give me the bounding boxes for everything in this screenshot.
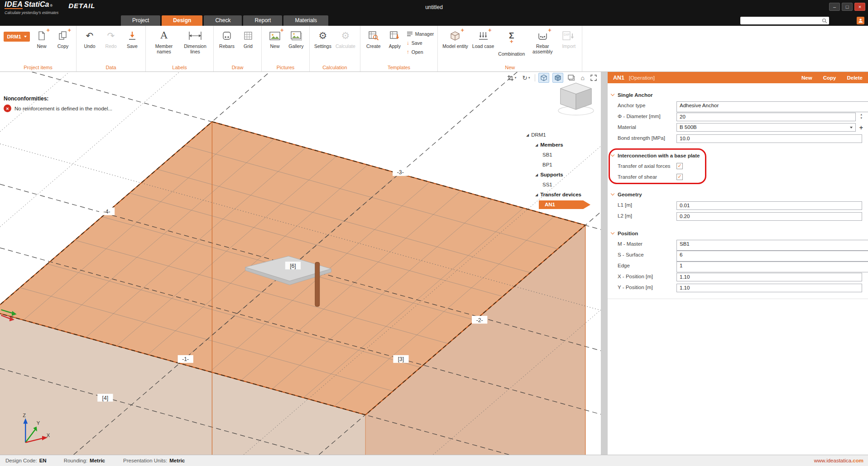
grid-button[interactable]: Grid <box>239 28 258 50</box>
section-header[interactable]: Single Anchor <box>608 90 868 100</box>
wireframe-view-button[interactable] <box>538 73 549 83</box>
minimize-button[interactable]: – <box>829 3 840 11</box>
ribbon-group-labels: A Member names Dimension lines Labels <box>146 26 214 71</box>
undo-button[interactable]: ↶ Undo <box>80 28 99 50</box>
l2-input[interactable] <box>676 212 862 221</box>
tab-materials[interactable]: Materials <box>283 15 328 26</box>
tab-check[interactable]: Check <box>204 15 242 26</box>
panel-delete-button[interactable]: Delete <box>847 75 863 81</box>
section-header[interactable]: Interconnection with a base plate <box>608 150 868 161</box>
edge-select[interactable]: 1 <box>676 262 868 272</box>
account-button[interactable] <box>857 17 864 24</box>
copy-project-item-button[interactable]: + Copy <box>53 28 72 50</box>
nonconformity-item[interactable]: × No reinforcement is defined in the mod… <box>4 105 112 112</box>
viewport-toolbar: ▾ ↻ ▾ ⌂ <box>506 73 598 83</box>
splitter[interactable] <box>601 72 608 455</box>
template-save-button[interactable]: ↓ Save <box>407 39 434 46</box>
template-apply-button[interactable]: Apply <box>385 28 404 50</box>
tree-item-supports[interactable]: ◢ Supports <box>525 170 600 180</box>
tree-item-ss1[interactable]: SS1 <box>525 180 600 190</box>
bond-strength-input[interactable] <box>676 134 862 143</box>
master-select[interactable]: SB1 <box>676 240 868 251</box>
navigation-cube[interactable] <box>558 83 594 115</box>
expander-icon[interactable]: ◢ <box>535 193 538 197</box>
home-view-button[interactable]: ⌂ <box>580 73 586 82</box>
document-title: untitled <box>425 4 443 10</box>
load-case-icon: + <box>478 29 489 43</box>
expander-icon[interactable]: ◢ <box>535 143 538 147</box>
section-header[interactable]: Position <box>608 228 868 239</box>
section-tool-button[interactable]: ▾ <box>506 74 518 82</box>
tree-item-drm1[interactable]: ◢ DRM1 <box>525 130 600 140</box>
panel-new-button[interactable]: New <box>801 75 812 81</box>
orbit-tool-button[interactable]: ↻ ▾ <box>521 73 531 82</box>
shaded-view-button[interactable] <box>552 73 563 83</box>
design-code-status[interactable]: Design Code: EN <box>5 458 47 463</box>
y-position-label: Y - Position [m] <box>618 285 653 290</box>
zoom-fit-button[interactable] <box>589 74 598 82</box>
website-link[interactable]: www.ideastatica.com <box>814 458 863 463</box>
panel-copy-button[interactable]: Copy <box>823 75 836 81</box>
tree-item-bp1[interactable]: BP1 <box>525 160 600 170</box>
settings-button[interactable]: ⚙ Settings <box>313 28 332 50</box>
expander-icon[interactable]: ◢ <box>535 173 538 177</box>
svg-text:Z: Z <box>23 413 26 418</box>
surface-select[interactable]: 6 <box>676 251 868 262</box>
material-select[interactable]: B 500B <box>676 123 856 132</box>
tree-item-an1-selected[interactable]: AN1 <box>539 200 590 209</box>
maximize-button[interactable]: □ <box>842 3 853 11</box>
new-project-item-button[interactable]: + New <box>32 28 51 50</box>
nonconformities-panel: Nonconformities: × No reinforcement is d… <box>4 95 112 112</box>
expander-icon[interactable]: ◢ <box>526 133 529 137</box>
section-header[interactable]: Geometry <box>608 189 868 200</box>
spinner[interactable]: ▴ ▾ <box>860 113 862 120</box>
orbit-icon: ↻ <box>522 74 528 81</box>
tab-report[interactable]: Report <box>243 15 282 26</box>
add-material-button[interactable]: + <box>859 124 863 131</box>
section-position: Position M - Master SB1 S - Surface 6 Ed… <box>608 228 868 293</box>
anchor-rod[interactable] <box>315 262 320 307</box>
template-create-icon <box>368 29 379 43</box>
3d-scene[interactable]: -3- -4- -2- -1- [3] [4] [6] <box>0 72 601 455</box>
tree-item-sb1[interactable]: SB1 <box>525 150 600 160</box>
error-icon: × <box>4 105 11 112</box>
tree-item-transfer-devices[interactable]: ◢ Transfer devices <box>525 190 600 200</box>
diameter-input[interactable] <box>676 113 856 121</box>
model-entity-button[interactable]: + Model entity <box>441 28 469 50</box>
dxf-import-button: DXF Import <box>559 28 578 50</box>
dimension-lines-button[interactable]: Dimension lines <box>181 28 210 55</box>
shear-checkbox[interactable]: ✓ <box>676 174 683 180</box>
load-case-button[interactable]: + Load case <box>471 28 495 50</box>
spin-up-icon[interactable]: ▴ <box>860 113 862 116</box>
search-input[interactable] <box>742 18 822 24</box>
template-manager-button[interactable]: Manager <box>407 30 434 37</box>
combination-button[interactable]: Σ + Combination <box>497 28 526 58</box>
l1-input[interactable] <box>676 201 862 210</box>
surface-label: S - Surface <box>618 252 644 257</box>
project-item-selector[interactable]: DRM1 <box>4 32 30 42</box>
properties-header: AN1 [Operation] New Copy Delete <box>608 72 868 83</box>
new-picture-button[interactable]: + New <box>265 28 284 50</box>
rebar-assembly-button[interactable]: + Rebar assembly <box>528 28 557 55</box>
section-divider <box>608 299 868 299</box>
tree-item-members[interactable]: ◢ Members <box>525 140 600 150</box>
axial-forces-checkbox[interactable]: ✓ <box>676 163 683 169</box>
rounding-status[interactable]: Rounding: Metric <box>64 458 105 463</box>
template-open-button[interactable]: ↑ Open <box>407 48 434 55</box>
template-create-button[interactable]: Create <box>364 28 383 50</box>
search-box[interactable] <box>740 17 829 24</box>
views-gallery-button[interactable] <box>566 74 576 82</box>
tab-project[interactable]: Project <box>121 15 160 26</box>
x-position-input[interactable] <box>676 273 862 281</box>
units-status[interactable]: Presentation Units: Metric <box>123 458 185 463</box>
anchor-type-select[interactable]: Adhesive Anchor <box>676 101 868 112</box>
save-button[interactable]: Save <box>123 28 142 50</box>
spin-down-icon[interactable]: ▾ <box>860 116 862 120</box>
member-names-button[interactable]: A Member names <box>149 28 178 55</box>
gallery-button[interactable]: Gallery <box>287 28 306 50</box>
y-position-input[interactable] <box>676 284 862 292</box>
rebars-button[interactable]: Rebars <box>217 28 236 50</box>
plus-icon: + <box>510 38 513 45</box>
tab-design[interactable]: Design <box>162 15 202 26</box>
close-button[interactable]: × <box>854 3 865 11</box>
